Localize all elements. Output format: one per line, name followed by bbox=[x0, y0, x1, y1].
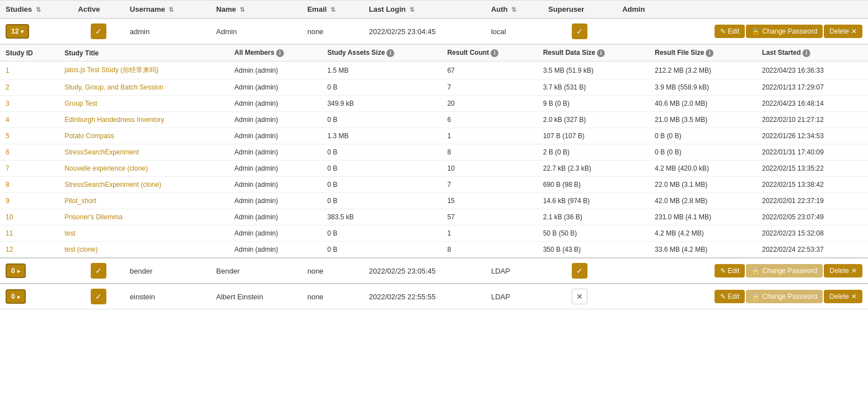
study-result-data-cell: 2 B (0 B) bbox=[538, 144, 650, 161]
superuser-checkbox[interactable]: ✓ bbox=[572, 23, 587, 39]
studies-expand-button[interactable]: 0▸ bbox=[6, 289, 26, 304]
study-title-cell: test (clone) bbox=[59, 242, 228, 258]
study-title-link[interactable]: StressSearchExperiment bbox=[64, 148, 139, 156]
study-col-resultDataSize: Result Data Sizei bbox=[538, 45, 650, 62]
change-password-button[interactable]: 🔒 Change Password bbox=[746, 290, 823, 303]
study-result-file-cell: 231.0 MB (4.1 MB) bbox=[649, 209, 756, 225]
study-result-file-cell: 4.2 MB (4.2 MB) bbox=[649, 225, 756, 242]
study-result-file-cell: 22.0 MB (3.1 MB) bbox=[649, 177, 756, 193]
change-password-button[interactable]: 🔒 Change Password bbox=[746, 264, 823, 277]
study-id-cell: 2 bbox=[0, 79, 59, 96]
study-members-cell: Admin (admin) bbox=[229, 128, 322, 144]
lock-icon: 🔒 bbox=[752, 293, 760, 300]
col-active: Active bbox=[72, 1, 124, 19]
study-id-link[interactable]: 7 bbox=[6, 164, 10, 172]
study-result-data-cell: 350 B (43 B) bbox=[538, 242, 650, 258]
study-assets-cell: 0 B bbox=[321, 112, 441, 128]
sort-icon-name: ⇅ bbox=[240, 6, 245, 13]
delete-button[interactable]: Delete ✕ bbox=[824, 264, 862, 277]
study-row: 11testAdmin (admin)0 B150 B (50 B)4.2 MB… bbox=[0, 225, 868, 242]
study-last-started-cell: 2022/02/05 23:07:49 bbox=[757, 209, 868, 225]
edit-icon: ✎ bbox=[720, 27, 726, 35]
study-id-link[interactable]: 1 bbox=[6, 67, 10, 74]
study-id-link[interactable]: 8 bbox=[6, 181, 10, 189]
name-cell: Albert Einstein bbox=[211, 284, 302, 309]
study-title-link[interactable]: Study, Group, and Batch Session bbox=[64, 83, 164, 91]
study-row: 8StressSearchExperiment (clone)Admin (ad… bbox=[0, 177, 868, 193]
study-result-file-cell: 212.2 MB (3.2 MB) bbox=[649, 62, 756, 79]
active-checkbox[interactable]: ✓ bbox=[91, 263, 106, 279]
study-id-link[interactable]: 2 bbox=[6, 83, 10, 91]
studies-expand-button[interactable]: 0▸ bbox=[6, 263, 26, 278]
study-title-link[interactable]: Pilot_short bbox=[64, 197, 96, 205]
study-id-link[interactable]: 3 bbox=[6, 100, 10, 107]
study-title-link[interactable]: Potato Compass bbox=[64, 132, 114, 140]
chevron-down-icon: ▸ bbox=[17, 268, 20, 274]
change-password-button[interactable]: 🔒 Change Password bbox=[746, 25, 823, 38]
study-col-id: Study ID bbox=[0, 45, 59, 62]
edit-button[interactable]: ✎ Edit bbox=[715, 25, 745, 38]
study-title-link[interactable]: Prisoner's Dilemma bbox=[64, 213, 123, 221]
study-result-count-cell: 15 bbox=[442, 193, 538, 209]
study-result-count-cell: 1 bbox=[442, 225, 538, 242]
studies-expand-button[interactable]: 12▾ bbox=[6, 24, 29, 39]
study-id-link[interactable]: 5 bbox=[6, 132, 10, 140]
delete-button[interactable]: Delete ✕ bbox=[824, 25, 862, 38]
study-result-count-cell: 67 bbox=[442, 62, 538, 79]
email-cell: none bbox=[302, 284, 363, 309]
col-email: Email ⇅ bbox=[302, 1, 363, 19]
col-auth: Auth ⇅ bbox=[486, 1, 543, 19]
delete-button[interactable]: Delete ✕ bbox=[824, 290, 862, 303]
study-id-link[interactable]: 12 bbox=[6, 246, 13, 253]
study-title-cell: Potato Compass bbox=[59, 128, 228, 144]
study-last-started-cell: 2022/02/23 15:32:08 bbox=[757, 225, 868, 242]
superuser-checkbox[interactable]: ✓ bbox=[572, 263, 587, 279]
email-cell: none bbox=[302, 258, 363, 284]
sort-icon-auth: ⇅ bbox=[511, 6, 516, 13]
study-title-link[interactable]: Nouvelle expérience (clone) bbox=[64, 164, 148, 172]
study-members-cell: Admin (admin) bbox=[229, 161, 322, 177]
study-result-count-cell: 10 bbox=[442, 161, 538, 177]
study-row: 9Pilot_shortAdmin (admin)0 B1514.6 kB (9… bbox=[0, 193, 868, 209]
last-login-cell: 2022/02/25 22:55:55 bbox=[363, 284, 486, 309]
study-id-link[interactable]: 9 bbox=[6, 197, 10, 205]
study-id-link[interactable]: 10 bbox=[6, 213, 13, 221]
study-result-file-cell: 3.9 MB (558.9 kB) bbox=[649, 79, 756, 96]
study-id-link[interactable]: 6 bbox=[6, 148, 10, 156]
active-checkbox[interactable]: ✓ bbox=[91, 289, 106, 304]
chevron-down-icon: ▸ bbox=[17, 294, 20, 300]
study-title-cell: StressSearchExperiment (clone) bbox=[59, 177, 228, 193]
study-title-link[interactable]: Edinburgh Handedness Inventory bbox=[64, 116, 164, 124]
superuser-checkbox[interactable]: ✕ bbox=[572, 289, 587, 304]
study-members-cell: Admin (admin) bbox=[229, 242, 322, 258]
col-admin: Admin bbox=[617, 1, 868, 19]
study-row: 2Study, Group, and Batch SessionAdmin (a… bbox=[0, 79, 868, 96]
study-title-link[interactable]: Group Test bbox=[64, 100, 97, 107]
edit-button[interactable]: ✎ Edit bbox=[715, 264, 745, 277]
study-assets-cell: 0 B bbox=[321, 177, 441, 193]
edit-button[interactable]: ✎ Edit bbox=[715, 290, 745, 303]
study-title-link[interactable]: test (clone) bbox=[64, 246, 97, 253]
study-members-cell: Admin (admin) bbox=[229, 144, 322, 161]
study-members-cell: Admin (admin) bbox=[229, 112, 322, 128]
study-assets-cell: 0 B bbox=[321, 144, 441, 161]
table-header-row: Studies ⇅ Active Username ⇅ Name ⇅ Email… bbox=[0, 1, 868, 19]
active-checkbox[interactable]: ✓ bbox=[91, 23, 106, 39]
name-cell: Bender bbox=[211, 258, 302, 284]
study-title-link[interactable]: StressSearchExperiment (clone) bbox=[64, 181, 161, 189]
study-members-cell: Admin (admin) bbox=[229, 177, 322, 193]
study-col-members: All Membersi bbox=[229, 45, 322, 62]
info-icon: i bbox=[597, 49, 605, 57]
study-result-file-cell: 0 B (0 B) bbox=[649, 144, 756, 161]
study-title-link[interactable]: test bbox=[64, 229, 75, 237]
study-id-link[interactable]: 11 bbox=[6, 229, 13, 237]
col-studies: Studies ⇅ bbox=[0, 1, 72, 19]
study-title-link[interactable]: jatos.js Test Stüdy (你经常来吗) bbox=[64, 66, 158, 74]
auth-cell: LDAP bbox=[486, 258, 543, 284]
auth-cell: local bbox=[486, 18, 543, 44]
study-id-cell: 3 bbox=[0, 96, 59, 112]
study-id-link[interactable]: 4 bbox=[6, 116, 10, 124]
study-id-cell: 12 bbox=[0, 242, 59, 258]
name-cell: Admin bbox=[211, 18, 302, 44]
study-members-cell: Admin (admin) bbox=[229, 79, 322, 96]
